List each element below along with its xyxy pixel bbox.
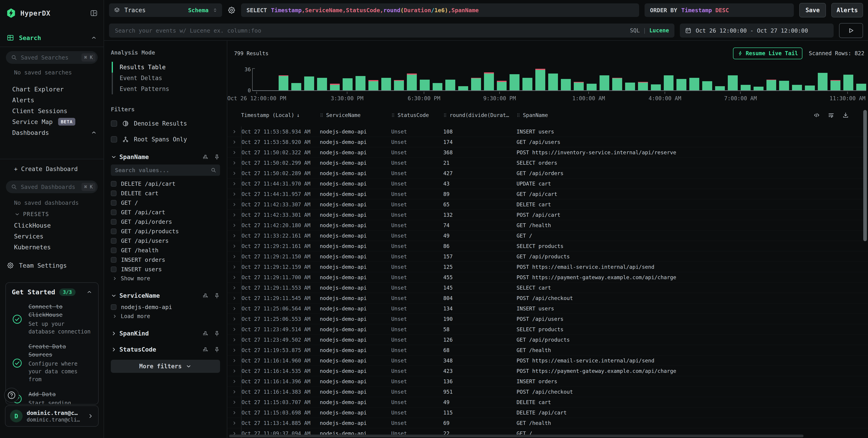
chart-icon[interactable] (203, 154, 209, 160)
chart-icon[interactable] (203, 293, 209, 299)
chevron-up-icon[interactable] (86, 289, 92, 295)
table-row[interactable]: Oct 27 11:29:11.545 AM nodejs-demo-api U… (227, 293, 868, 303)
create-dashboard-button[interactable]: + Create Dashboard (0, 164, 103, 174)
filter-value-row[interactable]: GET /api/orders (111, 217, 220, 227)
table-row[interactable]: Oct 27 11:16:14.383 AM nodejs-demo-api U… (227, 387, 868, 397)
expand-row-chevron-icon[interactable] (227, 366, 242, 376)
histogram-bar[interactable] (445, 69, 455, 90)
table-row[interactable]: Oct 27 11:53:58.934 AM nodejs-demo-api U… (227, 126, 868, 137)
expand-row-chevron-icon[interactable] (227, 158, 242, 168)
table-row[interactable]: Oct 27 11:50:02.322 AM nodejs-demo-api U… (227, 147, 868, 158)
histogram-bar[interactable] (407, 69, 417, 90)
table-row[interactable]: Oct 27 11:16:14.960 AM nodejs-demo-api U… (227, 355, 868, 366)
expand-row-chevron-icon[interactable] (227, 355, 242, 366)
run-query-button[interactable] (839, 23, 863, 38)
table-row[interactable]: Oct 27 11:42:33.307 AM nodejs-demo-api U… (227, 199, 868, 210)
expand-row-chevron-icon[interactable] (227, 251, 242, 262)
histogram-bar[interactable] (651, 69, 661, 90)
filter-value-row[interactable]: nodejs-demo-api (111, 302, 220, 312)
histogram-bar[interactable] (484, 69, 494, 90)
source-settings-gear-icon[interactable] (227, 6, 236, 14)
order-by-editor[interactable]: ORDER BY Timestamp DESC (645, 3, 794, 17)
expand-row-chevron-icon[interactable] (227, 137, 242, 147)
chart-icon[interactable] (203, 346, 209, 353)
show-more-button[interactable]: Show more (111, 274, 220, 283)
preset-dashboard-link[interactable]: ClickHouse (0, 220, 103, 231)
expand-row-chevron-icon[interactable] (227, 376, 242, 386)
load-more-button[interactable]: Load more (111, 312, 220, 321)
collapse-sidebar-icon[interactable] (90, 9, 98, 17)
expand-row-chevron-icon[interactable] (227, 178, 242, 189)
wrap-text-icon[interactable] (828, 112, 835, 119)
histogram-bar[interactable] (574, 69, 584, 90)
saved-dashboards-input[interactable] (20, 183, 78, 191)
denoise-results-toggle[interactable]: Denoise Results (111, 119, 220, 128)
histogram-bar[interactable] (818, 69, 828, 90)
drag-handle-icon[interactable] (443, 112, 447, 118)
table-row[interactable]: Oct 27 11:25:06.564 AM nodejs-demo-api U… (227, 303, 868, 314)
filter-value-row[interactable]: GET /api/cart (111, 207, 220, 217)
source-selector[interactable]: Traces Schema (109, 3, 222, 17)
pin-icon[interactable] (214, 154, 220, 160)
histogram-bar[interactable] (625, 69, 635, 90)
filter-value-row[interactable]: DELETE /api/cart (111, 179, 220, 188)
histogram-bar[interactable] (728, 69, 738, 90)
table-row[interactable]: Oct 27 11:29:11.700 AM nodejs-demo-api U… (227, 272, 868, 283)
checkbox[interactable] (111, 219, 117, 225)
histogram-bar[interactable] (779, 69, 789, 90)
select-clause-editor[interactable]: SELECT Timestamp,ServiceName,StatusCode,… (241, 3, 639, 17)
search-input[interactable] (115, 27, 625, 34)
histogram-bar[interactable] (497, 69, 507, 90)
histogram-bar[interactable] (767, 69, 776, 90)
histogram-bar[interactable] (702, 69, 712, 90)
histogram-bar[interactable] (561, 69, 571, 90)
help-button[interactable] (4, 388, 19, 403)
filter-value-row[interactable]: GET /api/users (111, 236, 220, 245)
preset-dashboard-link[interactable]: Kubernetes (0, 242, 103, 253)
histogram-bar[interactable] (599, 69, 610, 90)
table-row[interactable]: Oct 27 11:25:06.553 AM nodejs-demo-api U… (227, 314, 868, 324)
expand-row-chevron-icon[interactable] (227, 147, 242, 157)
filter-section-spanname[interactable]: SpanName (111, 153, 220, 160)
column-header-timestamp[interactable]: Timestamp (Local) ↓ (241, 112, 319, 118)
table-row[interactable]: Oct 27 11:15:03.698 AM nodejs-demo-api U… (227, 407, 868, 418)
table-row[interactable]: Oct 27 11:16:14.535 AM nodejs-demo-api U… (227, 366, 868, 376)
histogram-bar[interactable] (253, 69, 263, 90)
save-button[interactable]: Save (799, 3, 826, 18)
histogram-bar[interactable] (266, 69, 276, 90)
histogram-bar[interactable] (664, 69, 674, 90)
expand-row-chevron-icon[interactable] (227, 262, 242, 272)
histogram-bar[interactable] (368, 69, 378, 90)
saved-dashboards-search[interactable]: ⌘ K (6, 180, 98, 193)
chevron-up-icon[interactable] (91, 35, 97, 41)
get-started-item[interactable]: Connect to ClickHouse Set up your databa… (12, 303, 92, 336)
histogram-bar[interactable] (330, 69, 340, 90)
expand-row-chevron-icon[interactable] (227, 334, 242, 345)
sql-toggle[interactable]: SQL (630, 27, 640, 34)
table-row[interactable]: Oct 27 11:33:22.161 AM nodejs-demo-api U… (227, 231, 868, 241)
expand-row-chevron-icon[interactable] (227, 303, 242, 314)
histogram-bar[interactable] (792, 69, 802, 90)
preset-dashboard-link[interactable]: Services (0, 231, 103, 242)
chart-icon[interactable] (203, 330, 209, 337)
histogram-bar[interactable] (279, 69, 288, 90)
filter-value-row[interactable]: GET /health (111, 245, 220, 255)
histogram-bar[interactable] (856, 69, 866, 90)
expand-row-chevron-icon[interactable] (227, 220, 242, 230)
histogram-bar[interactable] (317, 69, 327, 90)
get-started-item[interactable]: Add Data Start sending (12, 390, 92, 405)
table-row[interactable]: Oct 27 11:29:21.161 AM nodejs-demo-api U… (227, 241, 868, 251)
checkbox[interactable] (111, 257, 117, 263)
expand-row-chevron-icon[interactable] (227, 283, 242, 293)
chevron-up-icon[interactable] (91, 129, 97, 136)
filter-value-row[interactable]: INSERT users (111, 264, 220, 274)
pin-icon[interactable] (214, 330, 220, 337)
histogram-bar[interactable] (587, 69, 597, 90)
expand-row-chevron-icon[interactable] (227, 324, 242, 334)
table-row[interactable]: Oct 27 11:15:03.707 AM nodejs-demo-api U… (227, 397, 868, 407)
drag-handle-icon[interactable] (391, 112, 395, 118)
time-range-picker[interactable]: Oct 26 12:00:00 - Oct 27 12:00:00 (680, 24, 834, 37)
filter-section-statuscode[interactable]: StatusCode (111, 346, 220, 353)
expand-row-chevron-icon[interactable] (227, 210, 242, 220)
checkbox[interactable] (111, 266, 117, 272)
